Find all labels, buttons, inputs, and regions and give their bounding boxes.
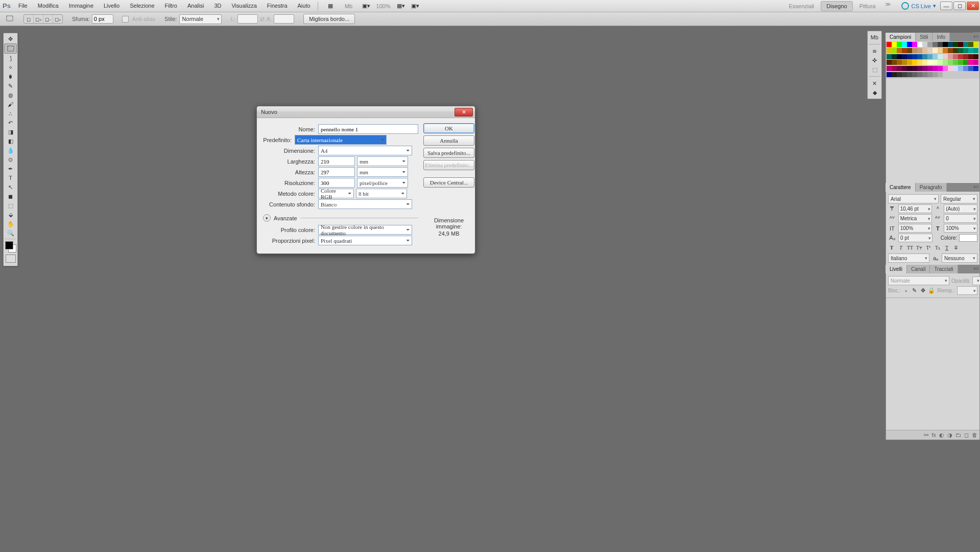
swatch[interactable] xyxy=(892,60,897,65)
height-unit-select[interactable]: mm xyxy=(357,167,408,177)
swatch[interactable] xyxy=(938,48,943,53)
tool-presets-panel-icon[interactable]: ✕ xyxy=(869,79,880,88)
strike-button[interactable]: T xyxy=(952,244,960,251)
menu-livello[interactable]: Livello xyxy=(99,0,125,12)
swatch[interactable] xyxy=(963,66,968,71)
link-layers-icon[interactable]: ⚯ xyxy=(924,432,928,439)
font-style-select[interactable]: Regular xyxy=(941,194,977,203)
lock-trans-icon[interactable]: ▫ xyxy=(903,287,909,295)
swatch[interactable] xyxy=(963,54,968,59)
minibridge-panel-icon[interactable]: Mb xyxy=(869,33,880,42)
swatch[interactable] xyxy=(953,48,958,53)
panel-menu-icon[interactable]: ▾≡ xyxy=(973,266,979,271)
zoom-level-menu[interactable]: 100% xyxy=(374,3,393,9)
arrange-docs-menu[interactable]: ▦▾ xyxy=(395,3,407,9)
swatch[interactable] xyxy=(922,60,927,65)
lock-all-icon[interactable]: 🔒 xyxy=(928,287,935,295)
swatch[interactable] xyxy=(968,66,973,71)
window-max[interactable]: ◻ xyxy=(953,2,966,10)
swatch[interactable] xyxy=(917,42,922,47)
swatch[interactable] xyxy=(902,66,907,71)
swatch[interactable] xyxy=(948,42,953,47)
eyedropper-tool[interactable]: ✎ xyxy=(5,81,16,90)
text-color-chip[interactable] xyxy=(959,234,977,242)
swatch[interactable] xyxy=(953,54,958,59)
lock-pos-icon[interactable]: ✥ xyxy=(920,287,926,295)
swatch[interactable] xyxy=(933,54,938,59)
swatch[interactable] xyxy=(943,48,948,53)
swatch[interactable] xyxy=(938,42,943,47)
swatch[interactable] xyxy=(897,72,902,77)
swatch[interactable] xyxy=(938,54,943,59)
swatch[interactable] xyxy=(938,60,943,65)
swatch[interactable] xyxy=(958,42,963,47)
swatch[interactable] xyxy=(943,66,948,71)
swatch[interactable] xyxy=(912,54,917,59)
tab-canali[interactable]: Canali xyxy=(907,265,930,273)
swatch[interactable] xyxy=(892,42,897,47)
hand-tool[interactable]: ✋ xyxy=(5,219,16,228)
cancel-button[interactable]: Annulla xyxy=(423,135,474,146)
swatch[interactable] xyxy=(943,60,948,65)
swatch[interactable] xyxy=(922,54,927,59)
swatch[interactable] xyxy=(968,48,973,53)
swatch[interactable] xyxy=(892,66,897,71)
swatch[interactable] xyxy=(938,66,943,71)
colorprofile-select[interactable]: Non gestire colore in questo documento xyxy=(318,225,412,235)
screen-mode-menu[interactable]: ▣▾ xyxy=(360,3,372,9)
tab-carattere[interactable]: Carattere xyxy=(886,183,916,192)
swatch[interactable] xyxy=(902,54,907,59)
menu-filtro[interactable]: Filtro xyxy=(160,0,182,12)
screen-mode-2[interactable]: ▣▾ xyxy=(409,3,421,9)
swatch[interactable] xyxy=(897,48,902,53)
font-family-select[interactable]: Arial xyxy=(888,194,939,203)
swatch[interactable] xyxy=(922,48,927,53)
marquee-tool[interactable] xyxy=(4,43,17,54)
swatch[interactable] xyxy=(887,48,892,53)
swatch[interactable] xyxy=(907,42,912,47)
swatch[interactable] xyxy=(897,66,902,71)
swatch[interactable] xyxy=(927,54,933,59)
gradient-tool[interactable]: ◧ xyxy=(5,136,16,146)
swatch[interactable] xyxy=(912,66,917,71)
swatch[interactable] xyxy=(902,72,907,77)
swatch[interactable] xyxy=(912,42,917,47)
swatch[interactable] xyxy=(948,66,953,71)
swatch[interactable] xyxy=(938,72,943,77)
device-central-button[interactable]: Device Central... xyxy=(423,177,474,188)
menu-finestra[interactable]: Finestra xyxy=(262,0,293,12)
swatch[interactable] xyxy=(933,72,938,77)
bitdepth-select[interactable]: 8 bit xyxy=(356,189,407,198)
menu-modifica[interactable]: Modifica xyxy=(33,0,64,12)
type-tool[interactable]: T xyxy=(5,173,16,182)
pixelaspect-select[interactable]: Pixel quadrati xyxy=(318,236,412,245)
swatch[interactable] xyxy=(887,72,892,77)
workspace-pittura[interactable]: Pittura xyxy=(854,1,881,11)
swatch[interactable] xyxy=(887,42,892,47)
language-select[interactable]: Italiano xyxy=(888,254,929,263)
swatch[interactable] xyxy=(912,60,917,65)
swatch[interactable] xyxy=(968,54,973,59)
swatch[interactable] xyxy=(917,72,922,77)
swatch[interactable] xyxy=(922,42,927,47)
swatch[interactable] xyxy=(897,54,902,59)
color-swatches[interactable] xyxy=(5,241,16,252)
swatch[interactable] xyxy=(933,66,938,71)
group-icon[interactable]: 🗀 xyxy=(955,432,961,438)
adjustment-icon[interactable]: ◑ xyxy=(947,432,952,439)
swatch[interactable] xyxy=(968,42,973,47)
swatch[interactable] xyxy=(927,60,933,65)
current-tool-icon[interactable] xyxy=(3,13,17,25)
swatch[interactable] xyxy=(912,48,917,53)
swatch[interactable] xyxy=(927,66,933,71)
preset-select[interactable]: Carta internazionale xyxy=(295,135,387,145)
move-tool[interactable]: ✥ xyxy=(5,34,16,43)
height-input[interactable] xyxy=(318,167,355,177)
swatch[interactable] xyxy=(907,72,912,77)
eraser-tool[interactable]: ◨ xyxy=(5,127,16,136)
workspace-essenziali[interactable]: Essenziali xyxy=(783,1,820,11)
swatch[interactable] xyxy=(973,48,978,53)
swatch[interactable] xyxy=(887,54,892,59)
menu-visualizza[interactable]: Visualizza xyxy=(226,0,261,12)
swatch[interactable] xyxy=(922,66,927,71)
